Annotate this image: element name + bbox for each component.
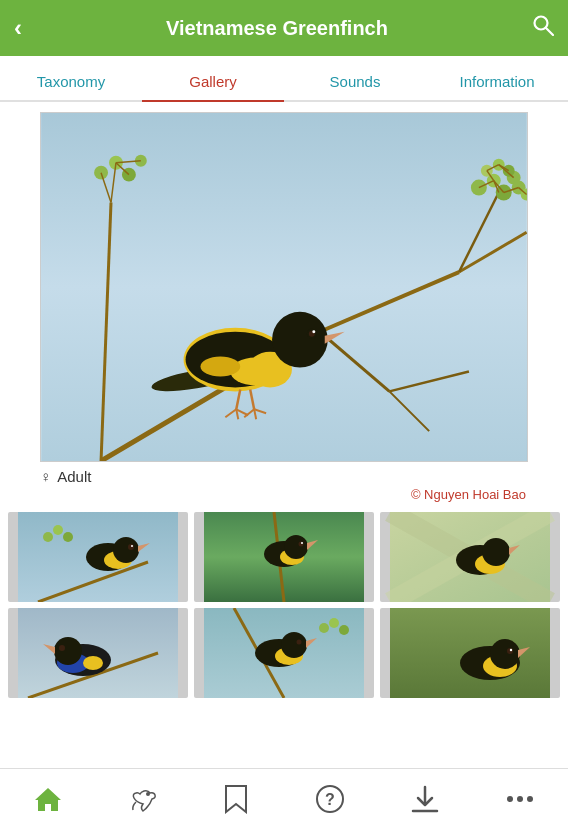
svg-point-74 bbox=[301, 542, 303, 544]
svg-point-108 bbox=[146, 792, 150, 796]
svg-point-106 bbox=[510, 649, 512, 651]
nav-home[interactable] bbox=[33, 784, 63, 814]
svg-point-98 bbox=[329, 618, 339, 628]
bird-icon bbox=[128, 784, 158, 814]
image-caption: ♀ Adult bbox=[40, 462, 528, 487]
svg-marker-107 bbox=[35, 788, 61, 811]
thumbnail-1[interactable] bbox=[8, 512, 188, 602]
gender-symbol: ♀ bbox=[40, 468, 51, 485]
svg-point-113 bbox=[507, 796, 513, 802]
thumbnail-4[interactable] bbox=[8, 608, 188, 698]
tab-gallery[interactable]: Gallery bbox=[142, 73, 284, 102]
thumbnail-grid bbox=[0, 508, 568, 706]
page-title: Vietnamese Greenfinch bbox=[166, 17, 388, 40]
tab-information[interactable]: Information bbox=[426, 73, 568, 100]
svg-point-66 bbox=[63, 532, 73, 542]
svg-point-41 bbox=[200, 357, 240, 377]
svg-point-62 bbox=[128, 544, 134, 550]
thumbnail-3[interactable] bbox=[380, 512, 560, 602]
gallery-content: ♀ Adult © Nguyen Hoai Bao bbox=[0, 102, 568, 768]
tab-sounds[interactable]: Sounds bbox=[284, 73, 426, 100]
app-header: ‹ Vietnamese Greenfinch bbox=[0, 0, 568, 56]
nav-help[interactable]: ? bbox=[315, 784, 345, 814]
svg-point-65 bbox=[53, 525, 63, 535]
nav-more[interactable] bbox=[505, 784, 535, 814]
svg-point-71 bbox=[284, 535, 308, 559]
main-photo[interactable] bbox=[40, 112, 528, 462]
svg-point-99 bbox=[339, 625, 349, 635]
caption-text: Adult bbox=[57, 468, 91, 485]
tab-bar: Taxonomy Gallery Sounds Information bbox=[0, 56, 568, 102]
thumbnail-2[interactable] bbox=[194, 512, 374, 602]
back-button[interactable]: ‹ bbox=[14, 14, 22, 42]
search-button[interactable] bbox=[532, 14, 554, 42]
svg-point-103 bbox=[490, 639, 520, 669]
svg-point-73 bbox=[299, 542, 304, 547]
svg-point-96 bbox=[297, 640, 302, 645]
download-icon bbox=[410, 784, 440, 814]
more-icon bbox=[505, 784, 535, 814]
svg-point-60 bbox=[113, 537, 139, 563]
svg-point-89 bbox=[59, 645, 65, 651]
copyright-text: © Nguyen Hoai Bao bbox=[40, 487, 528, 508]
svg-point-64 bbox=[43, 532, 53, 542]
thumbnail-6[interactable] bbox=[380, 608, 560, 698]
bookmark-icon bbox=[223, 784, 249, 814]
svg-point-94 bbox=[281, 632, 307, 658]
help-icon: ? bbox=[315, 784, 345, 814]
thumbnail-5[interactable] bbox=[194, 608, 374, 698]
nav-bookmark[interactable] bbox=[223, 784, 249, 814]
nav-download[interactable] bbox=[410, 784, 440, 814]
svg-point-105 bbox=[507, 648, 513, 654]
nav-bird-id[interactable] bbox=[128, 784, 158, 814]
bottom-navigation: ? bbox=[0, 768, 568, 828]
svg-point-87 bbox=[54, 637, 82, 665]
svg-point-115 bbox=[527, 796, 533, 802]
svg-text:?: ? bbox=[325, 791, 335, 808]
svg-point-97 bbox=[319, 623, 329, 633]
home-icon bbox=[33, 784, 63, 814]
svg-point-80 bbox=[482, 538, 510, 566]
tab-taxonomy[interactable]: Taxonomy bbox=[0, 73, 142, 100]
svg-point-43 bbox=[272, 312, 328, 368]
svg-point-47 bbox=[312, 330, 315, 333]
svg-point-63 bbox=[131, 545, 133, 547]
svg-line-1 bbox=[546, 28, 553, 35]
svg-point-28 bbox=[94, 166, 108, 180]
main-image-container: ♀ Adult © Nguyen Hoai Bao bbox=[40, 112, 528, 508]
svg-point-114 bbox=[517, 796, 523, 802]
svg-point-86 bbox=[83, 656, 103, 670]
